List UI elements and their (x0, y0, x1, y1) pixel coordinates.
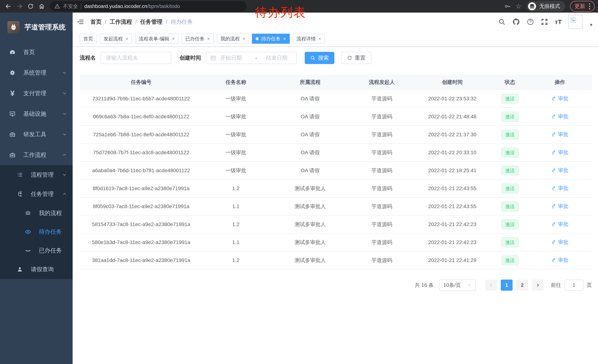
view-tab[interactable]: 流程详情 × (293, 34, 325, 44)
approve-link[interactable]: 审批 (551, 167, 568, 174)
view-tab[interactable]: 我的流程 × (217, 34, 249, 44)
github-icon[interactable] (512, 18, 520, 26)
sidebar-item-infra[interactable]: 基础设施 (0, 104, 73, 124)
help-icon[interactable] (527, 18, 534, 25)
table-row: 73211d9d-7b9b-11ec-b5b7-acde48001122 一级审… (80, 90, 592, 108)
approve-link[interactable]: 审批 (551, 221, 568, 228)
browser-update-button[interactable]: 更新 (570, 1, 595, 12)
browser-home-icon[interactable] (37, 1, 47, 11)
status-cell: 激活 (492, 126, 528, 144)
next-page-button[interactable] (532, 280, 544, 291)
avatar[interactable] (568, 15, 582, 29)
approve-link-label: 审批 (558, 203, 568, 210)
close-icon[interactable]: × (242, 36, 245, 41)
font-size-icon[interactable]: тT (555, 18, 562, 25)
sidebar-item-todo-task[interactable]: 待办任务 (0, 222, 73, 241)
approve-link[interactable]: 审批 (551, 131, 568, 138)
browser-reload-icon[interactable] (25, 1, 36, 11)
starter-cell: 芋道源码 (351, 197, 413, 215)
task-name-cell: 一级审批 (203, 90, 269, 108)
task-id-cell: 381aa1dd-7ac8-11ec-a9e2-a2380e71991a (80, 251, 203, 269)
reset-button[interactable]: 重置 (341, 52, 371, 64)
create-time-cell: 2022-01-22 23:53:32 (413, 90, 492, 108)
sidebar-item-done-task[interactable]: 已办任务 (0, 241, 73, 260)
create-time-cell: 2022-01-21 22:43:55 (413, 197, 492, 215)
close-icon[interactable]: × (125, 36, 128, 41)
page-number-button[interactable]: 1 (501, 280, 513, 291)
action-cell: 审批 (528, 108, 592, 126)
sidebar-item-leave-query[interactable]: 请假查询 (0, 260, 73, 279)
page-number-button[interactable]: 2 (516, 280, 528, 291)
approve-link[interactable]: 审批 (551, 95, 568, 102)
search-button[interactable]: 搜索 (305, 52, 334, 64)
browser-back-icon[interactable] (3, 1, 13, 11)
sidebar-item-my-process[interactable]: 我的流程 (0, 204, 73, 222)
close-icon[interactable]: × (207, 36, 210, 41)
browser-forward-icon[interactable] (15, 1, 25, 11)
approve-link[interactable]: 审批 (551, 185, 568, 192)
sidebar-item-payment[interactable]: ¥ 支付管理 (0, 83, 73, 104)
starter-cell: 芋道源码 (351, 90, 413, 108)
logo-row[interactable]: 芋道管理系统 (0, 13, 73, 42)
browser-menu-icon[interactable] (589, 3, 590, 9)
close-icon[interactable]: × (318, 36, 321, 41)
key-icon[interactable] (504, 3, 511, 10)
action-cell: 审批 (528, 251, 592, 269)
person-icon (16, 267, 24, 272)
view-tab[interactable]: 流程表单-编辑 × (135, 34, 178, 44)
date-range-picker[interactable]: 开始日期 - 结束日期 (206, 52, 297, 64)
sidebar-item-process-mgmt[interactable]: 流程管理 (0, 165, 73, 184)
monitor-icon (8, 111, 17, 117)
approve-link[interactable]: 审批 (551, 257, 568, 264)
approve-link[interactable]: 审批 (551, 239, 568, 246)
process-cell: 测试多审批人 (269, 215, 351, 233)
close-icon[interactable]: × (283, 36, 286, 41)
avatar-caret-icon[interactable]: ▼ (589, 23, 593, 27)
breadcrumb-task-mgmt[interactable]: 任务管理 (140, 18, 162, 26)
prev-page-button[interactable] (485, 280, 497, 291)
table-row: 75d72608-7b7f-11ec-a3c8-acde48001122 一级审… (80, 144, 592, 162)
reset-button-label: 重置 (355, 54, 365, 62)
starter-cell: 芋道源码 (351, 233, 413, 251)
process-name-label: 流程名 (80, 54, 96, 62)
create-time-cell: 2022-01-22 18:25:41 (413, 162, 492, 179)
approve-link[interactable]: 审批 (551, 203, 568, 210)
process-cell: OA 请假 (269, 126, 351, 144)
status-cell: 激活 (492, 197, 528, 215)
address-bar[interactable]: 不安全 dashboard.yudao.iocoder.cn/bpm/task/… (50, 1, 247, 11)
view-tab[interactable]: 发起流程 × (100, 34, 132, 44)
active-dot (256, 37, 259, 40)
sidebar-item-workflow[interactable]: 工作流程 (0, 145, 73, 165)
dashboard-icon (8, 49, 17, 55)
todo-task-page: 流程名 请输入流程名 创建时间 开始日期 - 结束日期 搜索 (73, 47, 598, 364)
view-tab[interactable]: 首页 (80, 34, 97, 44)
sidebar-item-task-mgmt[interactable]: 任务管理 (0, 184, 73, 204)
close-icon[interactable]: × (172, 36, 175, 41)
breadcrumb-workflow[interactable]: 工作流程 (110, 18, 132, 26)
view-tab[interactable]: 已办任务 × (182, 34, 214, 44)
view-tab[interactable]: 待办任务 × (252, 34, 290, 44)
workflow-submenu: 流程管理 任务管理 我的流程 (0, 165, 73, 279)
pagination: 共 16 条 10条/页 1 2 (80, 279, 592, 291)
search-icon[interactable] (498, 18, 506, 25)
approve-link-label: 审批 (558, 131, 568, 138)
goto-page-input[interactable]: 1 (565, 280, 583, 291)
hamburger-icon[interactable] (75, 17, 85, 27)
column-header: 创建时间 (413, 75, 492, 90)
approve-link[interactable]: 审批 (551, 113, 568, 120)
sidebar-item-home[interactable]: 首页 (0, 42, 73, 62)
sidebar-item-system[interactable]: 系统管理 (0, 62, 73, 83)
sidebar-item-devtools[interactable]: 研发工具 (0, 124, 73, 145)
table-row: 725a1eb6-7b88-11ec-8ef0-acde48001122 一级审… (80, 126, 592, 144)
page-size-select[interactable]: 10条/页 (439, 279, 476, 291)
sidebar-item-label: 请假查询 (31, 266, 54, 273)
filter-bar: 流程名 请输入流程名 创建时间 开始日期 - 结束日期 搜索 (80, 52, 592, 64)
bookmark-star-icon[interactable]: ☆ (515, 3, 522, 10)
process-name-input[interactable]: 请输入流程名 (100, 52, 171, 64)
column-header: 操作 (528, 75, 592, 90)
fullscreen-icon[interactable] (541, 18, 548, 25)
approve-link[interactable]: 审批 (551, 149, 568, 156)
status-badge: 激活 (501, 129, 519, 140)
breadcrumb-home[interactable]: 首页 (91, 18, 101, 26)
sidebar-item-label: 流程管理 (31, 171, 54, 179)
